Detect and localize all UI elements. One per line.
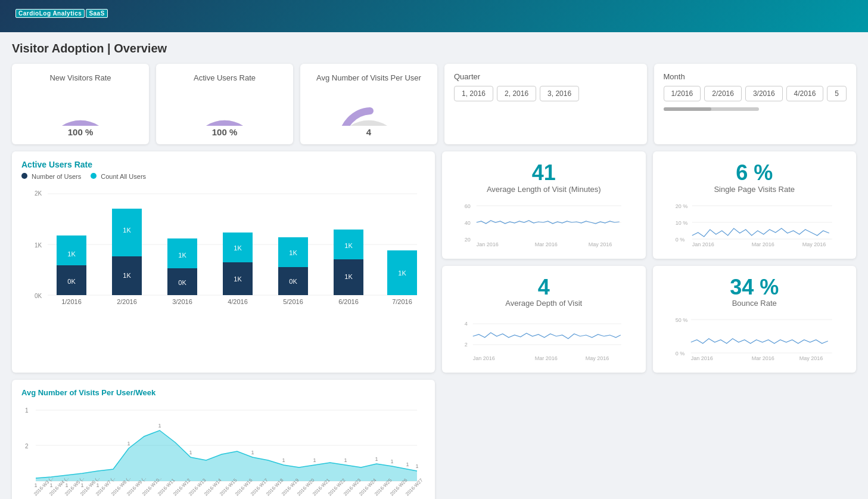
month-btn-2[interactable]: 2/2016 bbox=[704, 86, 742, 101]
month-btn-5[interactable]: 5 bbox=[827, 86, 847, 101]
svg-text:Jan 2016: Jan 2016 bbox=[692, 241, 714, 247]
svg-text:Mar 2016: Mar 2016 bbox=[751, 241, 774, 247]
month-scrollbar[interactable] bbox=[664, 107, 759, 111]
svg-text:Jan 2016: Jan 2016 bbox=[477, 241, 499, 247]
avg-visits-value: 4 bbox=[307, 127, 430, 137]
legend-label-dark: Number of Users bbox=[32, 173, 81, 180]
top-row: New Visitors Rate 100 % Active Users Rat… bbox=[12, 64, 856, 144]
new-visitors-title: New Visitors Rate bbox=[19, 73, 142, 82]
bar-label-dark-1: 0K bbox=[67, 278, 76, 285]
bar-label-dark-2: 1K bbox=[123, 272, 131, 279]
bar-label-light-5: 1K bbox=[289, 249, 297, 256]
active-users-chart-card: Active Users Rate Number of Users Count … bbox=[12, 151, 435, 373]
month-btn-1[interactable]: 1/2016 bbox=[664, 86, 701, 101]
avg-depth-sparkline: 4 2 Jan 2016 Mar 2016 May 2016 bbox=[452, 314, 636, 361]
svg-text:0 %: 0 % bbox=[675, 237, 685, 243]
single-page-number: 6 % bbox=[662, 161, 847, 185]
bar-chart-svg: 2K 1K 0K 1K 0K 1/2016 1K 1K 2/2016 bbox=[21, 185, 425, 316]
bounce-rate-line bbox=[690, 339, 827, 343]
y-label-2k: 2K bbox=[35, 190, 42, 197]
svg-text:1: 1 bbox=[127, 441, 130, 447]
quarter-btn-1[interactable]: 1, 2016 bbox=[454, 86, 493, 101]
avg-depth-number: 4 bbox=[452, 275, 636, 299]
svg-text:Mar 2016: Mar 2016 bbox=[535, 241, 558, 247]
avg-depth-card: 4 Average Depth of Visit 4 2 Jan 2016 Ma… bbox=[442, 266, 646, 373]
y-label-1k: 1K bbox=[35, 242, 42, 249]
active-users-kpi: Active Users Rate 100 % bbox=[156, 64, 293, 144]
month-btn-3[interactable]: 3/2016 bbox=[745, 86, 783, 101]
bar-x-2: 2/2016 bbox=[117, 298, 137, 305]
legend-dot-light bbox=[91, 173, 97, 179]
svg-text:Mar 2016: Mar 2016 bbox=[751, 355, 774, 361]
avg-length-label: Average Length of Visit (Minutes) bbox=[452, 185, 636, 194]
avg-visits-gauge bbox=[333, 87, 405, 126]
svg-text:20 %: 20 % bbox=[675, 203, 687, 209]
new-visitors-kpi: New Visitors Rate 100 % bbox=[12, 64, 149, 144]
bar-label-dark-4: 1K bbox=[234, 275, 242, 283]
single-page-label: Single Page Visits Rate bbox=[662, 185, 847, 194]
chart-legend: Number of Users Count All Users bbox=[21, 173, 425, 180]
svg-text:2: 2 bbox=[465, 342, 468, 348]
quarter-btn-3[interactable]: 3, 2016 bbox=[540, 86, 579, 101]
page-content: Visitor Adoption | Overview New Visitors… bbox=[0, 32, 868, 499]
y-label-0k: 0K bbox=[35, 293, 42, 299]
quarter-label: Quarter bbox=[454, 72, 637, 81]
right-pair-bottom: 4 Average Depth of Visit 4 2 Jan 2016 Ma… bbox=[442, 266, 856, 373]
avg-gauge-svg bbox=[333, 87, 405, 126]
bar-label-light-6: 1K bbox=[344, 242, 353, 249]
right-pair-top: 41 Average Length of Visit (Minutes) 60 … bbox=[442, 151, 856, 259]
bounce-rate-number: 34 % bbox=[662, 275, 847, 299]
page-title: Visitor Adoption | Overview bbox=[12, 42, 856, 55]
svg-text:May 2016: May 2016 bbox=[589, 241, 612, 247]
bar-x-7: 7/2016 bbox=[392, 298, 412, 305]
quarter-btn-2[interactable]: 2, 2016 bbox=[497, 86, 536, 101]
month-buttons: 1/2016 2/2016 3/2016 4/2016 5 bbox=[664, 86, 847, 101]
svg-text:50 %: 50 % bbox=[675, 317, 687, 323]
quarter-buttons: 1, 2016 2, 2016 3, 2016 bbox=[454, 86, 637, 101]
quarter-filter: Quarter 1, 2016 2, 2016 3, 2016 bbox=[444, 64, 647, 144]
avg-length-sparkline: 60 40 20 Jan 2016 Mar 2016 May 2016 bbox=[452, 200, 636, 247]
month-filter: Month 1/2016 2/2016 3/2016 4/2016 5 bbox=[654, 64, 857, 144]
svg-text:1: 1 bbox=[282, 457, 285, 463]
bar-label-dark-3: 0K bbox=[178, 279, 186, 286]
bar-label-light-3: 1K bbox=[178, 252, 186, 259]
bar-label-dark-5: 0K bbox=[289, 278, 297, 285]
svg-text:60: 60 bbox=[465, 203, 471, 209]
bar-x-6: 6/2016 bbox=[338, 298, 359, 305]
month-btn-4[interactable]: 4/2016 bbox=[786, 86, 824, 101]
area-chart-svg: 1 2 1 1 1 1 1 1 1 1 1 1 1 1 bbox=[21, 401, 425, 499]
svg-text:1: 1 bbox=[158, 423, 161, 429]
svg-text:Jan 2016: Jan 2016 bbox=[690, 355, 713, 361]
svg-text:1: 1 bbox=[34, 482, 37, 488]
active-users-value: 100 % bbox=[163, 127, 286, 137]
svg-text:1: 1 bbox=[375, 456, 378, 462]
bar-label-light-2: 1K bbox=[123, 227, 131, 234]
new-visitors-gauge bbox=[45, 87, 116, 126]
bounce-rate-sparkline: 50 % 0 % Jan 2016 Mar 2016 May 2016 bbox=[662, 314, 847, 361]
svg-text:0 %: 0 % bbox=[675, 351, 685, 357]
active-users-gauge bbox=[189, 87, 260, 126]
bar-x-1: 1/2016 bbox=[61, 298, 82, 305]
avg-length-card: 41 Average Length of Visit (Minutes) 60 … bbox=[442, 151, 646, 259]
avg-depth-label: Average Depth of Visit bbox=[452, 299, 636, 308]
right-col-top: 41 Average Length of Visit (Minutes) 60 … bbox=[442, 151, 856, 373]
bar-x-5: 5/2016 bbox=[283, 298, 303, 305]
single-page-card: 6 % Single Page Visits Rate 20 % 10 % 0 … bbox=[653, 151, 857, 259]
avg-visits-title: Avg Number of Visits Per User bbox=[307, 73, 430, 82]
area-fill bbox=[36, 430, 417, 481]
avg-depth-line bbox=[473, 333, 621, 339]
bounce-rate-card: 34 % Bounce Rate 50 % 0 % Jan 2016 Mar 2… bbox=[653, 266, 857, 373]
bar-label-dark-6: 1K bbox=[344, 273, 353, 280]
svg-text:10 %: 10 % bbox=[675, 220, 687, 226]
active-users-chart-title: Active Users Rate bbox=[21, 160, 425, 169]
bounce-rate-label: Bounce Rate bbox=[662, 299, 847, 308]
svg-text:Mar 2016: Mar 2016 bbox=[535, 355, 558, 361]
svg-text:May 2016: May 2016 bbox=[802, 241, 826, 247]
svg-text:1: 1 bbox=[415, 463, 418, 469]
app-header: CardioLog AnalyticsSaaS bbox=[0, 0, 868, 32]
month-scrollbar-thumb bbox=[664, 107, 711, 111]
bar-x-4: 4/2016 bbox=[228, 298, 248, 305]
svg-text:1: 1 bbox=[251, 450, 254, 455]
svg-text:4: 4 bbox=[465, 321, 468, 327]
single-page-line bbox=[692, 228, 829, 237]
